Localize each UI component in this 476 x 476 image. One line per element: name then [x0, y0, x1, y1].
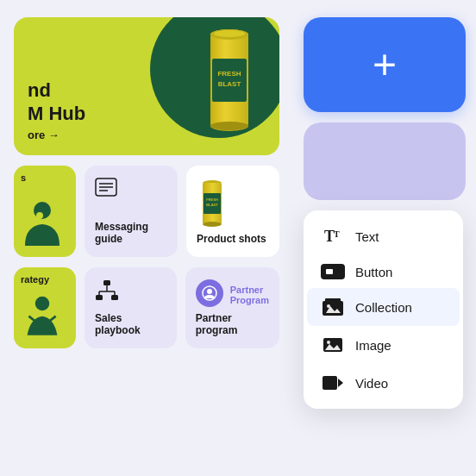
card-s-label: s: [21, 172, 69, 183]
messaging-guide-icon: [95, 178, 167, 202]
add-plus-icon: +: [373, 44, 397, 85]
product-shots-label: Product shots: [197, 233, 269, 245]
svg-point-42: [327, 304, 330, 308]
main-content: nd M Hub ore →: [0, 0, 293, 476]
hero-can-image: FRESH BLAST: [200, 24, 259, 140]
card-product-shots[interactable]: FRESH BLAST Product shots: [186, 166, 279, 257]
partner-label-bottom: Program: [230, 295, 269, 305]
menu-item-image-label: Image: [355, 338, 391, 353]
svg-text:BLAST: BLAST: [206, 203, 218, 207]
menu-item-collection[interactable]: Collection: [307, 288, 460, 326]
card-sales-playbook[interactable]: Sales playbook: [85, 267, 177, 348]
hero-banner: nd M Hub ore →: [14, 17, 279, 155]
card-strategy-label: rategy: [21, 274, 69, 285]
menu-item-button-label: Button: [355, 265, 392, 279]
hero-text-block: nd M Hub ore →: [28, 79, 85, 141]
svg-text:FRESH: FRESH: [217, 70, 241, 78]
messaging-guide-label: Messaging guide: [95, 221, 167, 245]
menu-item-collection-label: Collection: [355, 300, 412, 315]
menu-item-image[interactable]: Image: [307, 326, 460, 364]
svg-point-22: [203, 222, 222, 227]
sales-playbook-label: Sales playbook: [95, 312, 166, 336]
dropdown-menu: T T Text Button: [304, 210, 463, 409]
svg-text:BLAST: BLAST: [218, 80, 241, 88]
purple-decorative-card: [304, 122, 466, 200]
svg-rect-38: [326, 269, 333, 274]
partner-icon: [196, 279, 223, 307]
card-s[interactable]: s: [14, 166, 76, 257]
svg-rect-27: [96, 295, 103, 300]
add-button[interactable]: +: [304, 17, 466, 112]
right-panel: + T T Text Button: [293, 0, 476, 476]
hero-title: nd M Hub: [28, 79, 85, 125]
svg-rect-40: [325, 298, 341, 302]
menu-item-text-label: Text: [355, 229, 379, 244]
svg-rect-26: [103, 280, 110, 285]
svg-marker-47: [338, 379, 343, 387]
card-messaging-guide[interactable]: Messaging guide: [85, 166, 178, 257]
menu-item-button[interactable]: Button: [307, 255, 460, 288]
button-icon: [321, 264, 345, 279]
partner-label-block: Partner Program: [230, 285, 269, 305]
menu-item-text[interactable]: T T Text: [307, 217, 460, 255]
card-partner-program[interactable]: Partner Program Partner program: [185, 267, 279, 348]
svg-point-45: [327, 341, 330, 344]
svg-point-11: [36, 212, 43, 219]
collection-icon: [321, 297, 345, 317]
menu-item-video-label: Video: [355, 376, 388, 391]
svg-text:T: T: [334, 229, 340, 239]
video-icon: [321, 373, 345, 393]
menu-item-video[interactable]: Video: [307, 364, 460, 402]
svg-text:FRESH: FRESH: [206, 197, 218, 202]
card-strategy[interactable]: rategy: [14, 267, 76, 348]
svg-point-34: [207, 289, 212, 294]
text-icon: T T: [321, 226, 345, 247]
svg-point-5: [214, 30, 245, 37]
sales-playbook-icon: [95, 279, 166, 307]
grid-row-2: rategy: [14, 267, 279, 348]
svg-rect-28: [111, 295, 118, 300]
hero-link[interactable]: ore →: [28, 128, 85, 141]
partner-program-label: Partner program: [196, 312, 269, 336]
svg-point-9: [210, 122, 248, 130]
product-shots-can: FRESH BLAST: [197, 178, 269, 233]
svg-point-23: [35, 297, 50, 311]
partner-label-top: Partner: [230, 285, 269, 295]
svg-rect-46: [323, 376, 337, 390]
svg-rect-39: [323, 301, 343, 316]
image-icon: [321, 335, 345, 355]
grid-row-1: s Messaging guide: [14, 166, 279, 257]
